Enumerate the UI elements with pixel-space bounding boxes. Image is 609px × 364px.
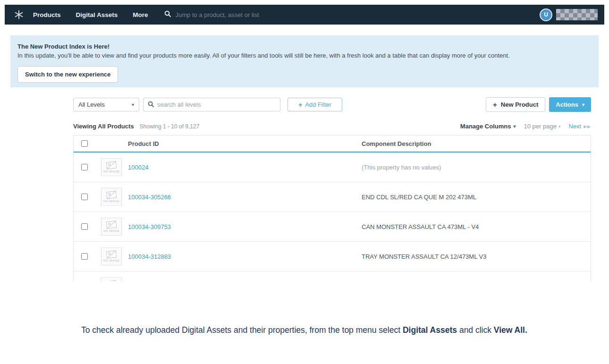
select-all-checkbox[interactable] bbox=[81, 140, 88, 147]
instruction-bold-view-all: View All. bbox=[494, 325, 527, 335]
chevron-down-icon: ▾ bbox=[582, 102, 584, 107]
nav-right: U bbox=[540, 8, 598, 21]
nav-item-digital-assets[interactable]: Digital Assets bbox=[76, 11, 118, 18]
instruction-part2: and click bbox=[457, 325, 494, 335]
no-image-thumbnail[interactable]: NO IMAGE bbox=[101, 158, 122, 176]
nav-item-more[interactable]: More bbox=[133, 11, 148, 18]
broken-image-icon bbox=[106, 250, 117, 259]
product-id-link[interactable]: 100034-309753 bbox=[128, 223, 171, 230]
next-label: Next bbox=[568, 123, 581, 130]
list-controls: Viewing All Products Showing 1 - 10 of 9… bbox=[73, 123, 591, 130]
no-image-thumbnail[interactable]: NO IMAGE bbox=[101, 247, 122, 265]
chevron-down-icon: ▾ bbox=[558, 124, 561, 129]
actions-label: Actions bbox=[556, 101, 578, 108]
chevron-down-icon: ▾ bbox=[513, 124, 516, 129]
salsify-logo-icon[interactable] bbox=[13, 9, 25, 20]
table-row: NO IMAGE 100034-312883 TRAY MONSTER ASSA… bbox=[74, 242, 591, 271]
no-image-thumbnail[interactable]: NO IMAGE bbox=[101, 218, 122, 236]
no-image-thumbnail[interactable]: NO IMAGE bbox=[101, 277, 122, 281]
search-icon bbox=[148, 101, 154, 109]
no-image-label: NO IMAGE bbox=[103, 259, 119, 262]
banner-title: The New Product Index is Here! bbox=[17, 43, 592, 50]
table-header-row: Product ID Component Description bbox=[74, 135, 591, 152]
per-page-select[interactable]: 10 per page ▾ bbox=[524, 123, 560, 130]
actions-button[interactable]: Actions ▾ bbox=[549, 97, 591, 112]
column-header-product-id: Product ID bbox=[128, 140, 362, 147]
product-description: TRAY MONSTER ASSAULT CA 12/473ML V3 bbox=[362, 253, 486, 260]
add-filter-label: Add Filter bbox=[305, 101, 331, 108]
row-checkbox[interactable] bbox=[81, 253, 88, 260]
table-row: NO IMAGE 100034-305266 END CDL SL/RED CA… bbox=[74, 182, 591, 212]
banner-body: In this update, you'll be able to view a… bbox=[17, 52, 592, 59]
row-checkbox[interactable] bbox=[81, 194, 88, 200]
top-nav: Products Digital Assets More U bbox=[5, 5, 604, 25]
instruction-text: To check already uploaded Digital Assets… bbox=[81, 322, 529, 339]
per-page-label: 10 per page bbox=[524, 123, 556, 130]
broken-image-icon bbox=[106, 161, 117, 170]
broken-image-icon bbox=[106, 191, 117, 200]
product-id-link[interactable]: 100034-305266 bbox=[128, 194, 171, 201]
broken-image-icon bbox=[106, 220, 117, 229]
toolbar-right: + New Product Actions ▾ bbox=[486, 97, 591, 112]
user-avatar[interactable]: U bbox=[540, 8, 552, 21]
no-image-label: NO IMAGE bbox=[103, 170, 119, 173]
plus-icon: + bbox=[298, 101, 302, 109]
new-product-button[interactable]: + New Product bbox=[486, 97, 545, 112]
user-name-redacted bbox=[556, 9, 598, 20]
switch-experience-button[interactable]: Switch to the new experience bbox=[17, 66, 118, 83]
levels-select-value: All Levels bbox=[78, 101, 105, 108]
levels-search-input[interactable] bbox=[157, 101, 276, 108]
no-image-label: NO IMAGE bbox=[103, 200, 119, 203]
showing-count: Showing 1 - 10 of 9,127 bbox=[140, 123, 200, 130]
no-image-label: NO IMAGE bbox=[103, 229, 119, 232]
instruction-bold-digital-assets: Digital Assets bbox=[403, 325, 457, 335]
list-controls-right: Manage Columns ▾ 10 per page ▾ Next ▶▶ bbox=[460, 123, 591, 130]
manage-columns-label: Manage Columns bbox=[460, 123, 511, 130]
chevron-down-icon: ▾ bbox=[132, 102, 134, 107]
new-product-label: New Product bbox=[501, 101, 538, 108]
product-id-link[interactable]: 100034-312883 bbox=[128, 253, 171, 260]
manage-columns-button[interactable]: Manage Columns ▾ bbox=[460, 123, 516, 130]
no-image-thumbnail[interactable]: NO IMAGE bbox=[101, 188, 122, 206]
products-table: Product ID Component Description NO IMAG… bbox=[73, 135, 591, 281]
row-checkbox[interactable] bbox=[81, 223, 88, 230]
product-id-link[interactable]: 100024 bbox=[128, 164, 148, 171]
filter-toolbar: All Levels ▾ + Add Filter + New Product … bbox=[73, 97, 591, 112]
plus-icon: + bbox=[493, 101, 497, 109]
global-search bbox=[164, 10, 308, 19]
table-row: NO IMAGE 100024 (This property has no va… bbox=[74, 152, 591, 182]
instruction-part1: To check already uploaded Digital Assets… bbox=[81, 325, 403, 335]
product-description: (This property has no values) bbox=[362, 164, 441, 171]
products-index: All Levels ▾ + Add Filter + New Product … bbox=[73, 97, 591, 281]
product-table-body: NO IMAGE 100024 (This property has no va… bbox=[74, 152, 591, 281]
product-description: CAN MONSTER ASSAULT CA 473ML - V4 bbox=[362, 223, 479, 230]
add-filter-button[interactable]: + Add Filter bbox=[288, 98, 342, 111]
new-index-banner: The New Product Index is Here! In this u… bbox=[10, 35, 599, 87]
viewing-label: Viewing All Products bbox=[73, 123, 134, 130]
nav-item-products[interactable]: Products bbox=[33, 11, 61, 18]
column-header-description: Component Description bbox=[362, 140, 591, 147]
global-search-input[interactable] bbox=[176, 11, 308, 18]
table-row: NO IMAGE bbox=[74, 271, 591, 281]
next-page-chevrons-icon: ▶▶ bbox=[584, 124, 591, 129]
product-description: END CDL SL/RED CA QUE M 202 473ML bbox=[362, 194, 476, 201]
levels-select[interactable]: All Levels ▾ bbox=[73, 98, 139, 111]
nav-menu: Products Digital Assets More bbox=[33, 11, 148, 18]
row-checkbox[interactable] bbox=[81, 164, 88, 170]
table-row: NO IMAGE 100034-309753 CAN MONSTER ASSAU… bbox=[74, 212, 591, 242]
next-page-button[interactable]: Next ▶▶ bbox=[568, 123, 591, 130]
levels-search bbox=[143, 98, 280, 111]
search-icon bbox=[164, 10, 171, 19]
broken-image-icon bbox=[106, 280, 117, 281]
